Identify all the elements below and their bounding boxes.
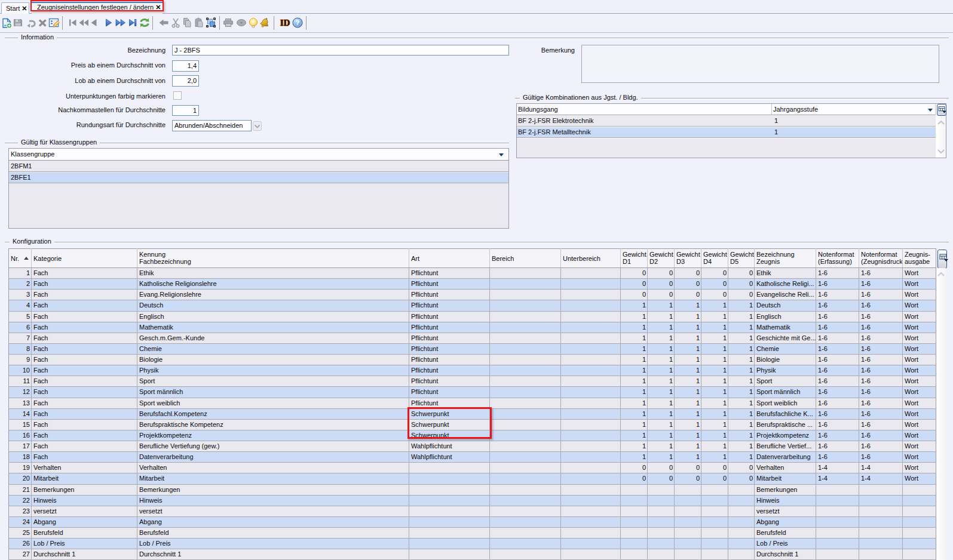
svg-text:?: ? bbox=[295, 19, 299, 26]
